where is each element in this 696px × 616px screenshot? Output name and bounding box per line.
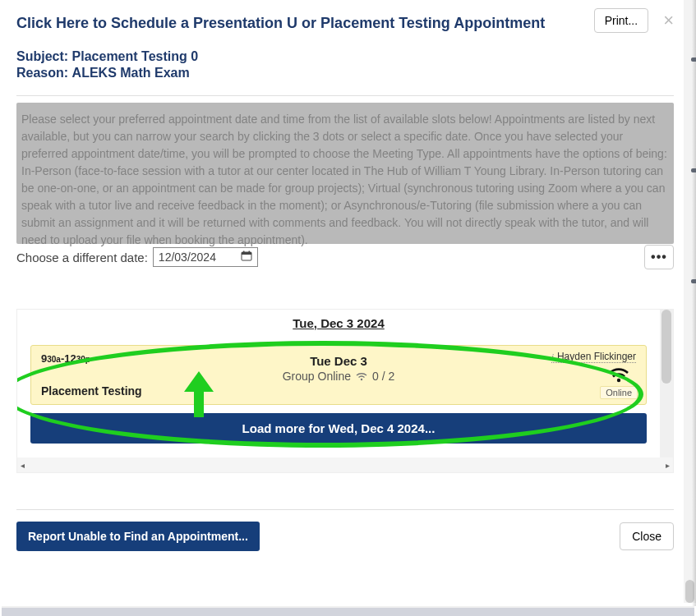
scrollbar-vertical[interactable] bbox=[660, 310, 673, 457]
svg-rect-1 bbox=[242, 252, 251, 255]
reason-value: ALEKS Math Exam bbox=[72, 66, 190, 80]
scrollbar-horizontal[interactable]: ◂ ▸ bbox=[17, 457, 673, 472]
slot-service: Placement Testing bbox=[41, 384, 142, 398]
svg-rect-2 bbox=[243, 251, 245, 254]
subject-line: Subject: Placement Testing 0 bbox=[16, 49, 674, 64]
choose-date-row: Choose a different date: 12/03/2024 ••• bbox=[16, 245, 674, 269]
slot-capacity: Group Online 0 / 2 bbox=[41, 370, 636, 383]
close-icon[interactable]: × bbox=[663, 8, 674, 30]
page-scrollbar-vertical[interactable] bbox=[684, 0, 696, 603]
appointment-modal: Click Here to Schedule a Presentation U … bbox=[0, 0, 690, 559]
slot-type-badge: Online bbox=[600, 386, 638, 399]
choose-date-label: Choose a different date: bbox=[16, 251, 148, 264]
modal-header: Click Here to Schedule a Presentation U … bbox=[16, 8, 674, 33]
reason-line: Reason: ALEKS Math Exam bbox=[16, 66, 674, 80]
scroll-left-icon[interactable]: ◂ bbox=[21, 461, 25, 470]
svg-rect-3 bbox=[248, 251, 250, 254]
scroll-right-icon[interactable]: ▸ bbox=[666, 461, 670, 470]
schedule-frame: Tue, Dec 3 2024 930a-1230p Tue Dec 3 Gro… bbox=[16, 309, 674, 473]
schedule-title-link[interactable]: Click Here to Schedule a Presentation U … bbox=[16, 8, 545, 32]
info-icon: i bbox=[551, 352, 554, 361]
slot-time: 930a-1230p bbox=[41, 352, 90, 365]
wifi-icon bbox=[356, 372, 367, 381]
close-button[interactable]: Close bbox=[620, 522, 674, 550]
slot-tutor[interactable]: i Hayden Flickinger bbox=[551, 351, 636, 363]
calendar-icon[interactable] bbox=[241, 251, 252, 264]
date-value: 12/03/2024 bbox=[159, 251, 216, 264]
modal-body: Please select your preferred appointment… bbox=[16, 96, 674, 551]
page-scrollbar-horizontal[interactable] bbox=[2, 606, 694, 616]
divider bbox=[16, 509, 674, 510]
modal-footer: Report Unable to Find an Appointment... … bbox=[16, 522, 674, 551]
instructions-box: Please select your preferred appointment… bbox=[16, 103, 674, 244]
slot-date-title: Tue Dec 3 bbox=[41, 354, 636, 368]
reason-label: Reason: bbox=[16, 66, 72, 80]
load-more-button[interactable]: Load more for Wed, Dec 4 2024... bbox=[30, 413, 647, 444]
print-button[interactable]: Print... bbox=[594, 8, 648, 33]
svg-point-5 bbox=[361, 378, 362, 379]
date-input[interactable]: 12/03/2024 bbox=[153, 247, 258, 267]
more-options-button[interactable]: ••• bbox=[644, 245, 674, 269]
subject-value: Placement Testing 0 bbox=[72, 49, 199, 63]
appointment-slot[interactable]: 930a-1230p Tue Dec 3 Group Online 0 / 2 … bbox=[30, 345, 647, 405]
wifi-icon bbox=[608, 367, 629, 384]
date-heading: Tue, Dec 3 2024 bbox=[30, 316, 647, 330]
svg-point-6 bbox=[617, 379, 620, 382]
subject-label: Subject: bbox=[16, 49, 72, 63]
report-button[interactable]: Report Unable to Find an Appointment... bbox=[16, 522, 260, 551]
